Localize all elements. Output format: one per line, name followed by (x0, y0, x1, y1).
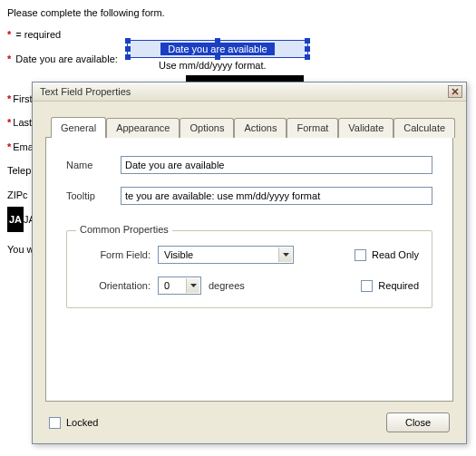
date-format-hint: Use mm/dd/yyyy format. (159, 60, 267, 71)
required-star-icon: * (7, 29, 11, 40)
locked-checkbox[interactable]: Locked (49, 417, 98, 429)
required-label: Required (378, 280, 419, 291)
required-checkbox[interactable]: Required (361, 280, 419, 292)
dialog-title: Text Field Properties (40, 86, 448, 97)
read-only-checkbox[interactable]: Read Only (355, 249, 419, 261)
text-field-properties-dialog: Text Field Properties General Appearance… (32, 82, 467, 444)
tabstrip: General Appearance Options Actions Forma… (51, 116, 453, 137)
checkbox-box-icon (361, 280, 373, 292)
resize-handle-top-right[interactable] (305, 38, 310, 44)
form-intro: Please complete the following form. (7, 5, 469, 22)
tab-options[interactable]: Options (180, 118, 234, 138)
tab-validate[interactable]: Validate (338, 118, 393, 138)
tooltip-input[interactable] (121, 187, 432, 205)
selected-form-field[interactable]: Date you are available (127, 40, 308, 58)
close-button-label: Close (405, 417, 431, 428)
resize-handle-mid-left[interactable] (125, 46, 131, 52)
resize-handle-mid-right[interactable] (305, 46, 310, 52)
orientation-unit: degrees (209, 280, 245, 291)
common-properties-title: Common Properties (76, 224, 172, 235)
chevron-down-icon (186, 278, 199, 293)
tab-format[interactable]: Format (287, 118, 338, 138)
tab-panel-general: Name Tooltip Common Properties Form Fiel… (45, 137, 453, 402)
read-only-label: Read Only (372, 249, 419, 260)
tab-appearance[interactable]: Appearance (106, 118, 180, 138)
resize-handle-bot-left[interactable] (125, 54, 131, 60)
form-field-label: Form Field: (80, 249, 158, 260)
orientation-label: Orientation: (80, 280, 158, 291)
close-button[interactable]: Close (386, 412, 450, 432)
checkbox-box-icon (355, 249, 366, 261)
tab-general[interactable]: General (51, 117, 106, 138)
resize-handle-top-mid[interactable] (215, 38, 220, 44)
orientation-value: 0 (164, 280, 170, 291)
close-icon (452, 88, 459, 95)
orientation-dropdown[interactable]: 0 (158, 277, 201, 295)
locked-label: Locked (66, 417, 98, 428)
chevron-down-icon (278, 247, 292, 262)
name-label: Name (66, 160, 121, 170)
tooltip-label: Tooltip (66, 190, 121, 201)
tab-calculate[interactable]: Calculate (393, 118, 455, 138)
checkbox-box-icon (49, 417, 61, 429)
form-field-value: Visible (164, 249, 193, 260)
tab-actions[interactable]: Actions (234, 118, 287, 138)
required-legend-text: = required (15, 29, 61, 40)
resize-handle-top-left[interactable] (125, 38, 131, 44)
common-properties-group: Common Properties Form Field: Visible (66, 230, 432, 308)
selected-field-caption: Date you are available (160, 43, 274, 55)
resize-handle-bot-right[interactable] (305, 54, 310, 60)
required-star-icon: * (7, 53, 11, 64)
dialog-titlebar[interactable]: Text Field Properties (33, 82, 466, 102)
dialog-close-button[interactable] (448, 85, 462, 98)
date-available-label: Date you are available: (15, 52, 118, 68)
form-field-dropdown[interactable]: Visible (158, 246, 294, 264)
name-input[interactable] (121, 156, 432, 174)
